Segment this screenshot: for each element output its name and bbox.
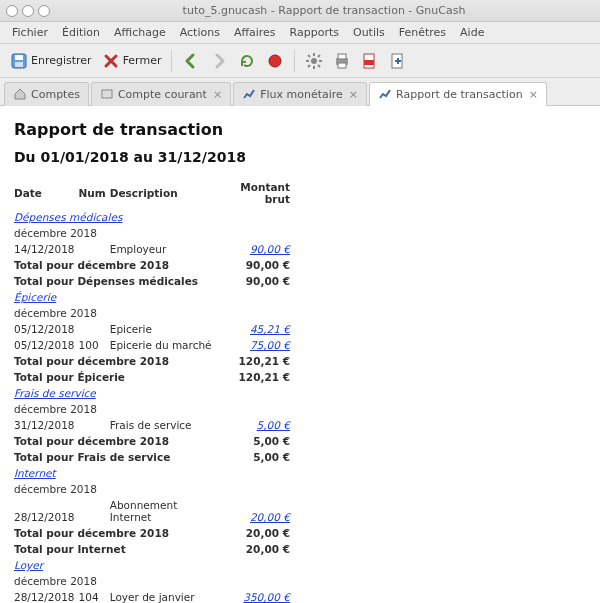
table-row: 05/12/2018100Epicerie du marché75,00 €: [14, 337, 294, 353]
tab-close-icon[interactable]: ×: [529, 88, 538, 101]
svg-rect-19: [364, 60, 374, 65]
menu-file[interactable]: Fichier: [6, 24, 54, 41]
total-category-label: Total pour Frais de service: [14, 449, 220, 465]
category-link[interactable]: Internet: [14, 467, 56, 479]
cell-num: [79, 417, 110, 433]
tab-accounts[interactable]: Comptes: [4, 82, 89, 106]
report-page[interactable]: Rapport de transaction Du 01/01/2018 au …: [0, 106, 600, 603]
table-row: 28/12/2018104Loyer de janvier350,00 €: [14, 589, 294, 603]
stop-icon: [266, 52, 284, 70]
reload-icon: [238, 52, 256, 70]
window-titlebar: tuto_5.gnucash - Rapport de transaction …: [0, 0, 600, 22]
toolbar-separator: [171, 50, 172, 72]
back-button[interactable]: [178, 50, 204, 72]
amount-link[interactable]: 5,00 €: [257, 419, 290, 431]
menu-actions[interactable]: Actions: [174, 24, 226, 41]
table-row: 14/12/2018Employeur90,00 €: [14, 241, 294, 257]
menu-help[interactable]: Aide: [454, 24, 490, 41]
svg-rect-17: [338, 63, 346, 68]
svg-point-6: [311, 58, 317, 64]
menu-edit[interactable]: Édition: [56, 24, 106, 41]
forward-button[interactable]: [206, 50, 232, 72]
table-header-row: Date Num Description Montant brut: [14, 179, 294, 209]
total-month-label: Total pour décembre 2018: [14, 525, 220, 541]
save-button[interactable]: Enregistrer: [6, 50, 96, 72]
category-link[interactable]: Frais de service: [14, 387, 96, 399]
save-label: Enregistrer: [31, 54, 92, 67]
table-row: 05/12/2018Epicerie45,21 €: [14, 321, 294, 337]
window-minimize-button[interactable]: [22, 5, 34, 17]
tab-close-icon[interactable]: ×: [349, 88, 358, 101]
menu-windows[interactable]: Fenêtres: [393, 24, 452, 41]
total-category-label: Total pour Internet: [14, 541, 220, 557]
category-link[interactable]: Épicerie: [14, 291, 56, 303]
total-month-value: 90,00 €: [220, 257, 294, 273]
cell-num: [79, 321, 110, 337]
menu-tools[interactable]: Outils: [347, 24, 391, 41]
menu-reports[interactable]: Rapports: [284, 24, 345, 41]
col-desc: Description: [110, 179, 220, 209]
export-icon: [389, 52, 407, 70]
cell-num: 100: [79, 337, 110, 353]
total-category-label: Total pour Épicerie: [14, 369, 220, 385]
svg-line-12: [318, 65, 320, 67]
col-amount: Montant brut: [220, 179, 294, 209]
tab-transaction-report[interactable]: Rapport de transaction ×: [369, 82, 547, 106]
tab-current-account[interactable]: Compte courant ×: [91, 82, 231, 106]
cell-desc: Epicerie du marché: [110, 337, 220, 353]
svg-rect-16: [338, 54, 346, 59]
svg-rect-2: [15, 62, 23, 67]
options-button[interactable]: [301, 50, 327, 72]
tab-cashflow[interactable]: Flux monétaire ×: [233, 82, 367, 106]
svg-line-13: [308, 65, 310, 67]
print-icon: [333, 52, 351, 70]
export-pdf-button[interactable]: [357, 50, 383, 72]
stop-button[interactable]: [262, 50, 288, 72]
col-num: Num: [79, 179, 110, 209]
close-button[interactable]: Fermer: [98, 50, 166, 72]
menu-view[interactable]: Affichage: [108, 24, 172, 41]
toolbar-separator: [294, 50, 295, 72]
report-period: Du 01/01/2018 au 31/12/2018: [14, 149, 586, 165]
amount-link[interactable]: 75,00 €: [250, 339, 290, 351]
category-link[interactable]: Dépenses médicales: [14, 211, 122, 223]
save-icon: [10, 52, 28, 70]
amount-link[interactable]: 45,21 €: [250, 323, 290, 335]
total-month-label: Total pour décembre 2018: [14, 257, 220, 273]
home-icon: [13, 87, 27, 101]
col-date: Date: [14, 179, 79, 209]
back-icon: [182, 52, 200, 70]
cell-num: [79, 241, 110, 257]
report-title: Rapport de transaction: [14, 120, 586, 139]
window-close-button[interactable]: [6, 5, 18, 17]
total-category-value: 90,00 €: [220, 273, 294, 289]
close-icon: [102, 52, 120, 70]
menu-business[interactable]: Affaires: [228, 24, 282, 41]
cell-desc: Loyer de janvier: [110, 589, 220, 603]
close-label: Fermer: [123, 54, 162, 67]
amount-link[interactable]: 20,00 €: [250, 511, 290, 523]
total-month-label: Total pour décembre 2018: [14, 433, 220, 449]
export-button[interactable]: [385, 50, 411, 72]
category-link[interactable]: Loyer: [14, 559, 43, 571]
reload-button[interactable]: [234, 50, 260, 72]
svg-point-5: [269, 55, 281, 67]
window-title: tuto_5.gnucash - Rapport de transaction …: [54, 4, 594, 17]
month-label: décembre 2018: [14, 305, 294, 321]
tab-label: Comptes: [31, 88, 80, 101]
svg-rect-21: [102, 90, 112, 98]
window-maximize-button[interactable]: [38, 5, 50, 17]
total-category-label: Total pour Dépenses médicales: [14, 273, 220, 289]
print-button[interactable]: [329, 50, 355, 72]
menubar: Fichier Édition Affichage Actions Affair…: [0, 22, 600, 44]
tab-label: Compte courant: [118, 88, 207, 101]
gear-icon: [305, 52, 323, 70]
total-month-label: Total pour décembre 2018: [14, 353, 220, 369]
amount-link[interactable]: 90,00 €: [250, 243, 290, 255]
svg-rect-1: [15, 55, 23, 60]
tab-label: Flux monétaire: [260, 88, 343, 101]
cell-desc: Frais de service: [110, 417, 220, 433]
tab-close-icon[interactable]: ×: [213, 88, 222, 101]
amount-link[interactable]: 350,00 €: [243, 591, 290, 603]
table-row: 31/12/2018Frais de service5,00 €: [14, 417, 294, 433]
